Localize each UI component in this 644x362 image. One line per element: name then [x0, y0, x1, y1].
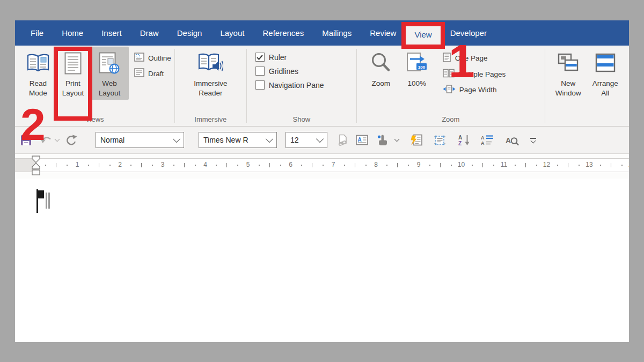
ruler-number: 1 [76, 161, 79, 168]
ruler-half-tick [525, 163, 526, 167]
zoom-magnifier-icon [370, 50, 392, 76]
touch-mode-caret[interactable] [394, 137, 400, 142]
toolbar-overflow-icon[interactable] [530, 138, 536, 143]
line-spacing-icon[interactable]: A A [481, 135, 494, 145]
ruler-half-tick [269, 163, 270, 167]
ruler-quarter-tick [45, 165, 46, 166]
one-page-icon [443, 53, 451, 64]
multiple-pages-label: Multiple Pages [458, 70, 506, 78]
font-size-value: 12 [290, 136, 299, 144]
web-layout-button[interactable]: Web Layout [90, 47, 129, 100]
zoom-button[interactable]: Zoom [363, 47, 399, 91]
tab-review[interactable]: Review [361, 20, 405, 46]
chevron-down-icon [316, 135, 324, 143]
ruler-number: 12 [543, 161, 550, 168]
ruler-quarter-tick [579, 165, 580, 166]
chevron-down-icon [173, 135, 180, 143]
draft-button[interactable]: Draft [134, 68, 171, 79]
font-combobox[interactable]: Times New R [199, 132, 277, 148]
ruler-quarter-tick [472, 165, 473, 166]
checked-checkbox-icon[interactable] [255, 53, 265, 62]
svg-text:A: A [481, 141, 485, 145]
read-mode-button[interactable]: Read Mode [20, 47, 56, 100]
unchecked-checkbox-icon[interactable] [255, 80, 265, 90]
immersive-reader-button[interactable]: Immersive Reader [184, 47, 237, 100]
tab-developer[interactable]: Developer [441, 20, 496, 46]
svg-text:A: A [458, 135, 462, 141]
tab-view[interactable]: View [405, 23, 441, 46]
ruler-half-tick [226, 163, 227, 167]
ruler-quarter-tick [195, 165, 196, 166]
tab-layout[interactable]: Layout [211, 20, 253, 46]
indent-markers[interactable] [31, 156, 41, 178]
one-page-button[interactable]: One Page [443, 53, 506, 64]
ruler-number: 3 [161, 161, 165, 168]
ruler-quarter-tick [301, 165, 302, 166]
ruler-quarter-tick [152, 165, 153, 166]
ruler-quarter-tick [323, 165, 324, 166]
print-layout-button[interactable]: Print Layout [56, 47, 90, 100]
read-mode-label: Read Mode [23, 79, 54, 98]
arrange-all-button[interactable]: Arrange All [587, 47, 624, 100]
save-icon[interactable] [20, 135, 32, 146]
ruler-number: 2 [118, 161, 122, 168]
checkbox-navigation-pane[interactable]: Navigation Pane [255, 80, 324, 90]
envelope-style-icon[interactable]: A [356, 135, 368, 145]
zoom-100-icon: 100 [406, 50, 428, 76]
page-width-button[interactable]: Page Width [443, 84, 506, 95]
sort-az-icon[interactable]: A Z [458, 134, 471, 146]
font-size-combobox[interactable]: 12 [286, 132, 327, 148]
ruler-quarter-tick [365, 165, 367, 166]
tab-file[interactable]: File [21, 20, 53, 46]
ruler-quarter-tick [237, 165, 238, 166]
quick-access-toolbar: Normal Times New R 12 A [15, 127, 629, 154]
undo-icon[interactable] [40, 135, 53, 145]
ruler-half-tick [440, 163, 441, 167]
tab-draw[interactable]: Draw [131, 20, 168, 46]
ruler-number: 8 [374, 161, 378, 168]
ruler-quarter-tick [344, 165, 345, 166]
quick-parts-icon[interactable] [411, 134, 423, 146]
ruler-number: 4 [203, 161, 207, 168]
ruler-quarter-tick [386, 165, 387, 166]
ruler-quarter-tick [515, 165, 516, 166]
touch-mode-icon[interactable] [377, 134, 387, 146]
zoom-100-button[interactable]: 100 100% [399, 47, 435, 91]
one-page-label: One Page [455, 54, 488, 62]
ruler-half-tick [99, 163, 99, 167]
outline-button[interactable]: Outline [134, 53, 171, 63]
checkbox-label: Ruler [269, 53, 287, 62]
ruler-quarter-tick [557, 165, 558, 166]
zoom-100-label: 100% [408, 79, 427, 88]
ruler-quarter-tick [429, 165, 430, 166]
tab-mailings[interactable]: Mailings [313, 20, 361, 46]
style-combobox[interactable]: Normal [96, 132, 184, 148]
outline-label: Outline [148, 54, 171, 62]
multiple-pages-button[interactable]: Multiple Pages [443, 69, 506, 79]
group-zoom: Zoom 100 100% [357, 46, 545, 126]
draft-label: Draft [148, 70, 164, 78]
copy-link-icon[interactable] [337, 134, 349, 146]
tab-insert[interactable]: Insert [92, 20, 131, 46]
new-window-button[interactable]: New Window [550, 47, 587, 100]
ruler-number: 10 [458, 161, 465, 168]
show-checkbox-list: RulerGridlinesNavigation Pane [247, 46, 324, 90]
find-icon[interactable]: A [505, 134, 519, 146]
ruler-half-tick [312, 163, 312, 167]
document-canvas[interactable] [15, 179, 629, 342]
immersive-group-label: Immersive [175, 115, 246, 123]
checkbox-ruler[interactable]: Ruler [255, 53, 324, 62]
checkbox-gridlines[interactable]: Gridlines [255, 67, 324, 76]
tab-home[interactable]: Home [53, 20, 92, 46]
undo-dropdown-caret[interactable] [55, 137, 60, 142]
ruler-half-tick [184, 163, 185, 167]
outline-icon [134, 53, 144, 63]
tab-references[interactable]: References [253, 20, 313, 46]
zoom-group-label: Zoom [357, 115, 545, 123]
unchecked-checkbox-icon[interactable] [255, 67, 265, 76]
tab-design[interactable]: Design [168, 20, 211, 46]
redo-icon[interactable] [65, 135, 77, 145]
new-window-icon [558, 50, 579, 76]
ruler-quarter-tick [621, 165, 623, 166]
text-frame-icon[interactable] [434, 135, 446, 146]
